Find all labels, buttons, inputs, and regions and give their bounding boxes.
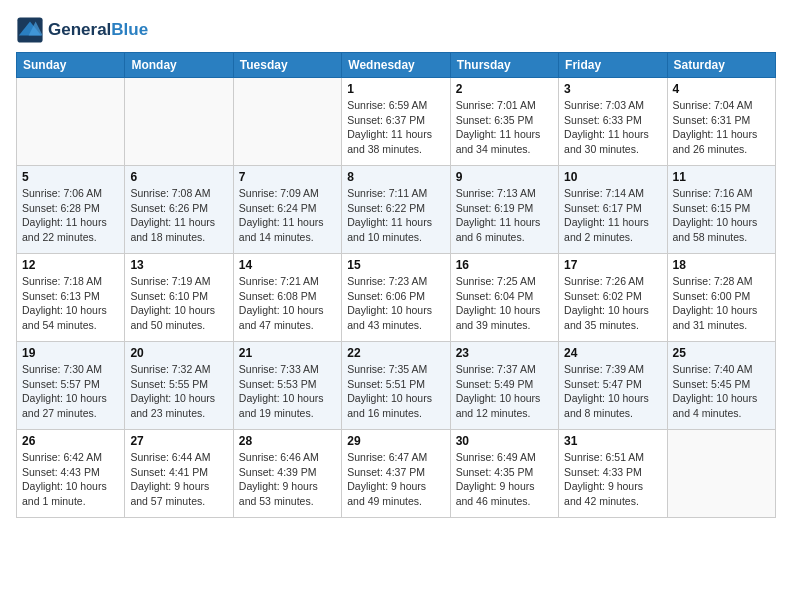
calendar-week-5: 26Sunrise: 6:42 AM Sunset: 4:43 PM Dayli…: [17, 430, 776, 518]
calendar-cell: 31Sunrise: 6:51 AM Sunset: 4:33 PM Dayli…: [559, 430, 667, 518]
calendar-cell: 14Sunrise: 7:21 AM Sunset: 6:08 PM Dayli…: [233, 254, 341, 342]
weekday-header-tuesday: Tuesday: [233, 53, 341, 78]
weekday-header-thursday: Thursday: [450, 53, 558, 78]
weekday-header-sunday: Sunday: [17, 53, 125, 78]
day-info: Sunrise: 7:11 AM Sunset: 6:22 PM Dayligh…: [347, 186, 444, 245]
day-info: Sunrise: 7:04 AM Sunset: 6:31 PM Dayligh…: [673, 98, 770, 157]
day-info: Sunrise: 7:28 AM Sunset: 6:00 PM Dayligh…: [673, 274, 770, 333]
day-number: 10: [564, 170, 661, 184]
calendar-cell: 19Sunrise: 7:30 AM Sunset: 5:57 PM Dayli…: [17, 342, 125, 430]
day-number: 22: [347, 346, 444, 360]
day-number: 5: [22, 170, 119, 184]
day-info: Sunrise: 7:01 AM Sunset: 6:35 PM Dayligh…: [456, 98, 553, 157]
logo-text: GeneralBlue: [48, 20, 148, 40]
day-info: Sunrise: 7:30 AM Sunset: 5:57 PM Dayligh…: [22, 362, 119, 421]
day-number: 9: [456, 170, 553, 184]
day-info: Sunrise: 6:49 AM Sunset: 4:35 PM Dayligh…: [456, 450, 553, 509]
day-info: Sunrise: 7:25 AM Sunset: 6:04 PM Dayligh…: [456, 274, 553, 333]
day-number: 11: [673, 170, 770, 184]
day-number: 15: [347, 258, 444, 272]
day-info: Sunrise: 7:35 AM Sunset: 5:51 PM Dayligh…: [347, 362, 444, 421]
calendar-cell: [667, 430, 775, 518]
day-info: Sunrise: 7:21 AM Sunset: 6:08 PM Dayligh…: [239, 274, 336, 333]
calendar: SundayMondayTuesdayWednesdayThursdayFrid…: [16, 52, 776, 518]
calendar-cell: 30Sunrise: 6:49 AM Sunset: 4:35 PM Dayli…: [450, 430, 558, 518]
day-info: Sunrise: 6:46 AM Sunset: 4:39 PM Dayligh…: [239, 450, 336, 509]
day-number: 29: [347, 434, 444, 448]
calendar-cell: 17Sunrise: 7:26 AM Sunset: 6:02 PM Dayli…: [559, 254, 667, 342]
calendar-cell: 21Sunrise: 7:33 AM Sunset: 5:53 PM Dayli…: [233, 342, 341, 430]
calendar-week-2: 5Sunrise: 7:06 AM Sunset: 6:28 PM Daylig…: [17, 166, 776, 254]
calendar-cell: 24Sunrise: 7:39 AM Sunset: 5:47 PM Dayli…: [559, 342, 667, 430]
calendar-cell: 4Sunrise: 7:04 AM Sunset: 6:31 PM Daylig…: [667, 78, 775, 166]
calendar-cell: 6Sunrise: 7:08 AM Sunset: 6:26 PM Daylig…: [125, 166, 233, 254]
day-info: Sunrise: 7:18 AM Sunset: 6:13 PM Dayligh…: [22, 274, 119, 333]
day-info: Sunrise: 7:09 AM Sunset: 6:24 PM Dayligh…: [239, 186, 336, 245]
calendar-cell: 22Sunrise: 7:35 AM Sunset: 5:51 PM Dayli…: [342, 342, 450, 430]
day-number: 7: [239, 170, 336, 184]
day-number: 26: [22, 434, 119, 448]
calendar-cell: 25Sunrise: 7:40 AM Sunset: 5:45 PM Dayli…: [667, 342, 775, 430]
calendar-cell: [125, 78, 233, 166]
calendar-cell: 9Sunrise: 7:13 AM Sunset: 6:19 PM Daylig…: [450, 166, 558, 254]
day-number: 8: [347, 170, 444, 184]
day-info: Sunrise: 7:32 AM Sunset: 5:55 PM Dayligh…: [130, 362, 227, 421]
day-info: Sunrise: 6:51 AM Sunset: 4:33 PM Dayligh…: [564, 450, 661, 509]
calendar-cell: 18Sunrise: 7:28 AM Sunset: 6:00 PM Dayli…: [667, 254, 775, 342]
calendar-cell: 27Sunrise: 6:44 AM Sunset: 4:41 PM Dayli…: [125, 430, 233, 518]
day-info: Sunrise: 6:42 AM Sunset: 4:43 PM Dayligh…: [22, 450, 119, 509]
day-info: Sunrise: 6:59 AM Sunset: 6:37 PM Dayligh…: [347, 98, 444, 157]
day-number: 1: [347, 82, 444, 96]
day-number: 19: [22, 346, 119, 360]
day-info: Sunrise: 6:47 AM Sunset: 4:37 PM Dayligh…: [347, 450, 444, 509]
day-number: 21: [239, 346, 336, 360]
calendar-cell: 26Sunrise: 6:42 AM Sunset: 4:43 PM Dayli…: [17, 430, 125, 518]
calendar-cell: 28Sunrise: 6:46 AM Sunset: 4:39 PM Dayli…: [233, 430, 341, 518]
calendar-cell: 2Sunrise: 7:01 AM Sunset: 6:35 PM Daylig…: [450, 78, 558, 166]
calendar-cell: 8Sunrise: 7:11 AM Sunset: 6:22 PM Daylig…: [342, 166, 450, 254]
day-info: Sunrise: 7:39 AM Sunset: 5:47 PM Dayligh…: [564, 362, 661, 421]
day-number: 25: [673, 346, 770, 360]
day-number: 2: [456, 82, 553, 96]
day-number: 4: [673, 82, 770, 96]
day-number: 31: [564, 434, 661, 448]
calendar-cell: 29Sunrise: 6:47 AM Sunset: 4:37 PM Dayli…: [342, 430, 450, 518]
weekday-header-friday: Friday: [559, 53, 667, 78]
calendar-cell: 10Sunrise: 7:14 AM Sunset: 6:17 PM Dayli…: [559, 166, 667, 254]
logo: GeneralBlue: [16, 16, 148, 44]
calendar-cell: 1Sunrise: 6:59 AM Sunset: 6:37 PM Daylig…: [342, 78, 450, 166]
calendar-cell: 12Sunrise: 7:18 AM Sunset: 6:13 PM Dayli…: [17, 254, 125, 342]
calendar-cell: [17, 78, 125, 166]
calendar-cell: 11Sunrise: 7:16 AM Sunset: 6:15 PM Dayli…: [667, 166, 775, 254]
day-info: Sunrise: 7:40 AM Sunset: 5:45 PM Dayligh…: [673, 362, 770, 421]
day-number: 16: [456, 258, 553, 272]
calendar-cell: 5Sunrise: 7:06 AM Sunset: 6:28 PM Daylig…: [17, 166, 125, 254]
logo-icon: [16, 16, 44, 44]
day-info: Sunrise: 7:16 AM Sunset: 6:15 PM Dayligh…: [673, 186, 770, 245]
calendar-cell: 16Sunrise: 7:25 AM Sunset: 6:04 PM Dayli…: [450, 254, 558, 342]
weekday-header-wednesday: Wednesday: [342, 53, 450, 78]
calendar-cell: [233, 78, 341, 166]
calendar-week-4: 19Sunrise: 7:30 AM Sunset: 5:57 PM Dayli…: [17, 342, 776, 430]
calendar-cell: 13Sunrise: 7:19 AM Sunset: 6:10 PM Dayli…: [125, 254, 233, 342]
day-info: Sunrise: 7:14 AM Sunset: 6:17 PM Dayligh…: [564, 186, 661, 245]
day-info: Sunrise: 7:26 AM Sunset: 6:02 PM Dayligh…: [564, 274, 661, 333]
day-number: 23: [456, 346, 553, 360]
day-info: Sunrise: 7:06 AM Sunset: 6:28 PM Dayligh…: [22, 186, 119, 245]
calendar-cell: 3Sunrise: 7:03 AM Sunset: 6:33 PM Daylig…: [559, 78, 667, 166]
day-info: Sunrise: 7:13 AM Sunset: 6:19 PM Dayligh…: [456, 186, 553, 245]
day-number: 14: [239, 258, 336, 272]
day-number: 20: [130, 346, 227, 360]
calendar-week-3: 12Sunrise: 7:18 AM Sunset: 6:13 PM Dayli…: [17, 254, 776, 342]
day-number: 13: [130, 258, 227, 272]
day-number: 12: [22, 258, 119, 272]
day-number: 28: [239, 434, 336, 448]
day-number: 24: [564, 346, 661, 360]
day-info: Sunrise: 7:03 AM Sunset: 6:33 PM Dayligh…: [564, 98, 661, 157]
day-info: Sunrise: 7:37 AM Sunset: 5:49 PM Dayligh…: [456, 362, 553, 421]
day-number: 17: [564, 258, 661, 272]
calendar-cell: 7Sunrise: 7:09 AM Sunset: 6:24 PM Daylig…: [233, 166, 341, 254]
day-number: 6: [130, 170, 227, 184]
weekday-header-saturday: Saturday: [667, 53, 775, 78]
day-info: Sunrise: 7:08 AM Sunset: 6:26 PM Dayligh…: [130, 186, 227, 245]
